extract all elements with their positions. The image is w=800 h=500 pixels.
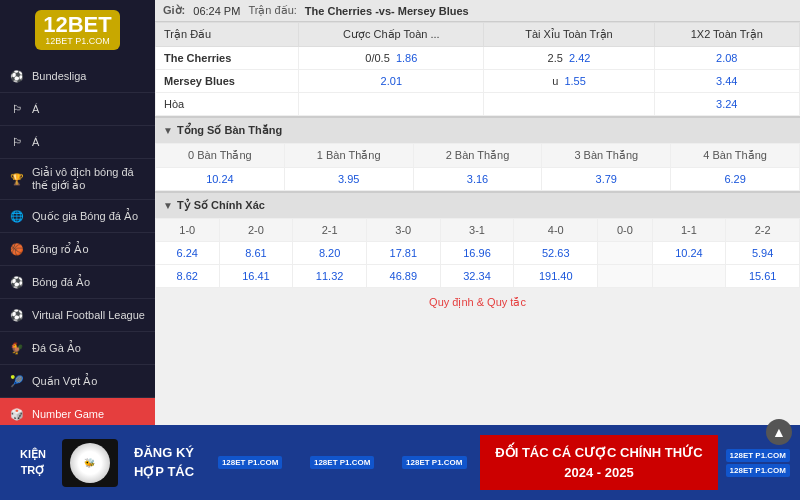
sidebar-item-ao2[interactable]: 🏳 Á xyxy=(0,126,155,159)
sidebar-item-label: Quần Vợt Ảo xyxy=(32,375,97,388)
col-1-0: 1-0 xyxy=(156,219,220,242)
sidebar: 12BET 12BET P1.COM ⚽ Bundesliga 🏳 Á 🏳 Á … xyxy=(0,0,155,425)
team-hoa: Hòa xyxy=(156,93,299,116)
bt-val-2[interactable]: 3.16 xyxy=(413,168,542,191)
col-1x2: 1X2 Toàn Trận xyxy=(654,23,799,47)
tyso-4-0-r2[interactable]: 191.40 xyxy=(514,265,598,288)
promo-text: ĐỐI TÁC CÁ CƯỢC CHÍNH THỨC 2024 - 2025 xyxy=(480,435,717,490)
sidebar-item-quoc-gia[interactable]: 🌐 Quốc gia Bóng đá Ảo xyxy=(0,200,155,233)
tyso-empty3 xyxy=(652,265,726,288)
col-2-2: 2-2 xyxy=(726,219,800,242)
col-2-0: 2-0 xyxy=(219,219,293,242)
col-0-0: 0-0 xyxy=(598,219,652,242)
bottom-tro: TRỢ xyxy=(20,463,46,478)
sidebar-item-bundesliga[interactable]: ⚽ Bundesliga xyxy=(0,60,155,93)
bottom-kien: KIỆN xyxy=(20,447,46,462)
chap-val-cherries[interactable]: 1.86 xyxy=(396,52,417,64)
x2-cherries[interactable]: 2.08 xyxy=(716,52,737,64)
tyso-2-0-r1[interactable]: 8.61 xyxy=(219,242,293,265)
sidebar-item-virtual-football[interactable]: ⚽ Virtual Football League xyxy=(0,299,155,332)
tyso-3-0-r2[interactable]: 46.89 xyxy=(366,265,440,288)
sidebar-item-bong-ro[interactable]: 🏀 Bóng rổ Ảo xyxy=(0,233,155,266)
time-value: 06:24 PM xyxy=(193,5,240,17)
sidebar-item-label: Bundesliga xyxy=(32,70,86,82)
team-cherries: The Cherries xyxy=(156,47,299,70)
sidebar-item-world-cup[interactable]: 🏆 Giải vô địch bóng đá thế giới ảo xyxy=(0,159,155,200)
bt-val-3[interactable]: 3.79 xyxy=(542,168,671,191)
bt-val-1[interactable]: 3.95 xyxy=(284,168,413,191)
odds-table: Trận Đấu Cược Chấp Toàn ... Tài Xỉu Toàn… xyxy=(155,22,800,116)
x2-hoa[interactable]: 3.24 xyxy=(716,98,737,110)
globe-icon: 🌐 xyxy=(8,207,26,225)
tyso-1-0-r2[interactable]: 8.62 xyxy=(156,265,220,288)
partner-logo-5: 128ET P1.COM xyxy=(726,464,790,477)
tyso-1-1-r1[interactable]: 10.24 xyxy=(652,242,726,265)
sidebar-item-label: Đá Gà Ảo xyxy=(32,342,81,355)
ban-thang-table: 0 Bàn Thắng 1 Bàn Thắng 2 Bàn Thắng 3 Bà… xyxy=(155,143,800,191)
chap-val-mersey[interactable]: 2.01 xyxy=(381,75,402,87)
ban-thang-row: 10.24 3.95 3.16 3.79 6.29 xyxy=(156,168,800,191)
bottom-bar: KIỆN TRỢ 🐝 ĐĂNG KÝ HỢP TÁC 128ET P1.COM … xyxy=(0,425,800,500)
time-label: Giờ: xyxy=(163,4,185,17)
content-header: Giờ: 06:24 PM Trận đấu: The Cherries -vs… xyxy=(155,0,800,22)
taixiu-u: u xyxy=(552,75,558,87)
col-3-0: 3-0 xyxy=(366,219,440,242)
x2-mersey[interactable]: 3.44 xyxy=(716,75,737,87)
odds-chap-cherries[interactable]: 0/0.5 1.86 xyxy=(299,47,484,70)
sidebar-item-ao1[interactable]: 🏳 Á xyxy=(0,93,155,126)
odds-taixiu-cherries[interactable]: 2.5 2.42 xyxy=(484,47,654,70)
tyso-2-2-r2[interactable]: 15.61 xyxy=(726,265,800,288)
tyso-2-2-r1[interactable]: 5.94 xyxy=(726,242,800,265)
tyso-row1: 6.24 8.61 8.20 17.81 16.96 52.63 10.24 5… xyxy=(156,242,800,265)
odds-1x2-hoa[interactable]: 3.24 xyxy=(654,93,799,116)
tyso-1-0-r1[interactable]: 6.24 xyxy=(156,242,220,265)
sponsor-img: 🐝 xyxy=(62,439,118,487)
ban-thang-title: Tổng Số Bàn Thắng xyxy=(177,124,282,137)
odds-1x2-cherries[interactable]: 2.08 xyxy=(654,47,799,70)
taixiu-val-cherries[interactable]: 2.42 xyxy=(569,52,590,64)
bt-val-4[interactable]: 6.29 xyxy=(671,168,800,191)
col-cuoc-chap: Cược Chấp Toàn ... xyxy=(299,23,484,47)
tyso-empty1 xyxy=(598,242,652,265)
match-label: Trận đấu: xyxy=(248,4,296,17)
sidebar-item-bong-da[interactable]: ⚽ Bóng đá Ảo xyxy=(0,266,155,299)
tyso-2-1-r2[interactable]: 11.32 xyxy=(293,265,367,288)
bt-val-0[interactable]: 10.24 xyxy=(156,168,285,191)
tyso-row2: 8.62 16.41 11.32 46.89 32.34 191.40 15.6… xyxy=(156,265,800,288)
col-2bt: 2 Bàn Thắng xyxy=(413,144,542,168)
tyso-4-0-r1[interactable]: 52.63 xyxy=(514,242,598,265)
odds-chap-mersey[interactable]: 2.01 xyxy=(299,70,484,93)
odds-taixiu-mersey[interactable]: u 1.55 xyxy=(484,70,654,93)
col-3bt: 3 Bàn Thắng xyxy=(542,144,671,168)
sidebar-item-da-ga[interactable]: 🐓 Đá Gà Ảo xyxy=(0,332,155,365)
sidebar-item-label: Giải vô địch bóng đá thế giới ảo xyxy=(32,166,147,192)
tyso-3-1-r2[interactable]: 32.34 xyxy=(440,265,514,288)
trophy-icon: 🏆 xyxy=(8,170,26,188)
footer-link[interactable]: Quy định & Quy tắc xyxy=(155,288,800,317)
ty-so-table: 1-0 2-0 2-1 3-0 3-1 4-0 0-0 1-1 2-2 6.24 xyxy=(155,218,800,288)
tyso-3-0-r1[interactable]: 17.81 xyxy=(366,242,440,265)
promo-line1: ĐỐI TÁC CÁ CƯỢC CHÍNH THỨC xyxy=(495,443,702,463)
ty-so-title: Tỷ Số Chính Xác xyxy=(177,199,265,212)
tyso-2-1-r1[interactable]: 8.20 xyxy=(293,242,367,265)
odds-1x2-mersey[interactable]: 3.44 xyxy=(654,70,799,93)
chevron-down-icon: ▼ xyxy=(163,125,173,136)
col-0bt: 0 Bàn Thắng xyxy=(156,144,285,168)
tyso-2-0-r2[interactable]: 16.41 xyxy=(219,265,293,288)
main-content: Giờ: 06:24 PM Trận đấu: The Cherries -vs… xyxy=(155,0,800,425)
ban-thang-section-header[interactable]: ▼ Tổng Số Bàn Thắng xyxy=(155,116,800,143)
bottom-left-text: KIỆN TRỢ xyxy=(10,447,56,478)
sidebar-item-label: Á xyxy=(32,136,39,148)
partner-logo-4: 128ET P1.COM xyxy=(726,449,790,462)
register-text: ĐĂNG KÝ HỢP TÁC xyxy=(124,444,204,480)
sponsor-logo: 🐝 xyxy=(70,443,110,483)
sidebar-item-quan-vot[interactable]: 🎾 Quần Vợt Ảo xyxy=(0,365,155,398)
flag-icon: 🏳 xyxy=(8,100,26,118)
taixiu-val-mersey[interactable]: 1.55 xyxy=(564,75,585,87)
chap-ratio: 0/0.5 xyxy=(365,52,389,64)
logo-sub: 12BET P1.COM xyxy=(45,36,109,46)
sidebar-item-number-game[interactable]: 🎲 Number Game xyxy=(0,398,155,425)
tyso-3-1-r1[interactable]: 16.96 xyxy=(440,242,514,265)
ty-so-section-header[interactable]: ▼ Tỷ Số Chính Xác xyxy=(155,191,800,218)
col-1-1: 1-1 xyxy=(652,219,726,242)
